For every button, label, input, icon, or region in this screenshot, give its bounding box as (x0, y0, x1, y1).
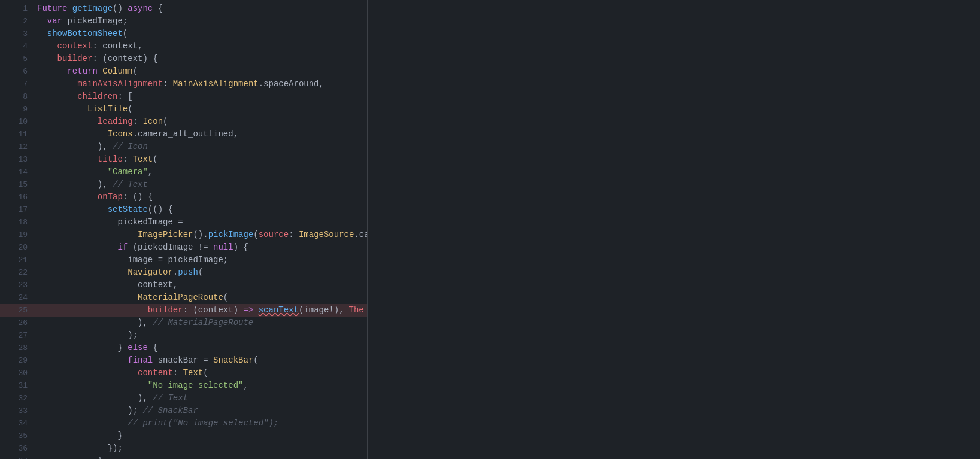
line-content: builder: (context) => scanText(image!),T… (37, 304, 368, 317)
code-line-15: 15 ), // Text (0, 178, 367, 191)
code-line-2: 2 var pickedImage; (0, 15, 367, 28)
line-content: pickedImage = (37, 216, 357, 229)
code-line-10: 10 leading: Icon( (0, 115, 367, 128)
line-number: 29 (10, 355, 28, 367)
line-content: leading: Icon( (37, 115, 357, 128)
code-panel: 1Future getImage() async {2 var pickedIm… (0, 0, 368, 459)
line-content: ), // Text (37, 392, 357, 405)
line-content: ), // Text (37, 178, 357, 191)
code-line-6: 6 return Column( (0, 65, 367, 78)
line-content: content: Text( (37, 367, 357, 379)
line-number: 5 (10, 53, 28, 65)
line-number: 18 (10, 217, 28, 229)
code-line-19: 19 ImagePicker().pickImage(source: Image… (0, 229, 367, 241)
line-content: if (pickedImage != null) { (37, 241, 357, 254)
line-number: 37 (10, 455, 28, 459)
line-number: 31 (10, 380, 28, 392)
line-content: } else { (37, 342, 357, 354)
line-number: 6 (10, 66, 28, 78)
code-line-28: 28 } else { (0, 342, 367, 354)
code-line-16: 16 onTap: () { (0, 191, 367, 203)
line-content: setState(() { (37, 203, 357, 216)
line-content: // print("No image selected"); (37, 417, 357, 430)
line-number: 11 (10, 129, 28, 141)
line-number: 7 (10, 78, 28, 90)
line-content: } (37, 430, 357, 442)
code-line-20: 20 if (pickedImage != null) { (0, 241, 367, 254)
line-number: 1 (10, 3, 28, 15)
line-number: 22 (10, 267, 28, 279)
line-content: title: Text( (37, 153, 357, 166)
line-number: 13 (10, 154, 28, 166)
line-number: 8 (10, 91, 28, 103)
line-number: 12 (10, 141, 28, 153)
code-line-8: 8 children: [ (0, 90, 367, 103)
line-content: "Camera", (37, 166, 357, 178)
line-number: 15 (10, 179, 28, 191)
line-content: Future getImage() async { (37, 2, 357, 15)
line-content: mainAxisAlignment: MainAxisAlignment.spa… (37, 78, 357, 90)
line-content: MaterialPageRoute( (37, 291, 357, 304)
line-content: ); (37, 329, 357, 342)
line-number: 17 (10, 204, 28, 216)
line-content: ListTile( (37, 103, 357, 115)
code-line-36: 36 }); (0, 442, 367, 455)
code-line-33: 33 ); // SnackBar (0, 405, 367, 417)
line-number: 36 (10, 443, 28, 455)
line-content: ), // MaterialPageRoute (37, 317, 357, 329)
line-number: 32 (10, 393, 28, 405)
line-content: }); (37, 442, 357, 455)
line-number: 3 (10, 28, 28, 40)
line-content: showBottomSheet( (37, 28, 357, 40)
code-line-11: 11 Icons.camera_alt_outlined, (0, 128, 367, 141)
line-number: 16 (10, 191, 28, 203)
code-line-32: 32 ), // Text (0, 392, 367, 405)
code-area: 1Future getImage() async {2 var pickedIm… (0, 0, 367, 459)
code-line-27: 27 ); (0, 329, 367, 342)
editor-container: 1Future getImage() async {2 var pickedIm… (0, 0, 980, 459)
line-number: 23 (10, 279, 28, 291)
line-number: 10 (10, 116, 28, 128)
line-content: "No image selected", (37, 379, 357, 392)
code-line-3: 3 showBottomSheet( (0, 28, 367, 40)
code-line-13: 13 title: Text( (0, 153, 367, 166)
line-number: 20 (10, 242, 28, 254)
line-number: 24 (10, 292, 28, 304)
code-line-21: 21 image = pickedImage; (0, 254, 367, 266)
code-line-24: 24 MaterialPageRoute( (0, 291, 367, 304)
line-content: image = pickedImage; (37, 254, 357, 266)
line-content: context: context, (37, 40, 357, 53)
code-line-37: 37 }, (0, 455, 367, 459)
right-panel (368, 0, 980, 459)
code-line-17: 17 setState(() { (0, 203, 367, 216)
code-line-30: 30 content: Text( (0, 367, 367, 379)
line-number: 33 (10, 405, 28, 417)
line-content: return Column( (37, 65, 357, 78)
code-line-26: 26 ), // MaterialPageRoute (0, 317, 367, 329)
line-content: ), // Icon (37, 141, 357, 153)
line-content: ); // SnackBar (37, 405, 357, 417)
line-number: 19 (10, 229, 28, 241)
line-content: builder: (context) { (37, 53, 357, 65)
code-line-35: 35 } (0, 430, 367, 442)
code-line-7: 7 mainAxisAlignment: MainAxisAlignment.s… (0, 78, 367, 90)
code-line-18: 18 pickedImage = (0, 216, 367, 229)
code-line-9: 9 ListTile( (0, 103, 367, 115)
line-number: 14 (10, 166, 28, 178)
line-number: 21 (10, 254, 28, 266)
line-content: var pickedImage; (37, 15, 357, 28)
line-number: 28 (10, 342, 28, 354)
code-line-31: 31 "No image selected", (0, 379, 367, 392)
line-number: 27 (10, 330, 28, 342)
code-line-5: 5 builder: (context) { (0, 53, 367, 65)
line-content: children: [ (37, 90, 357, 103)
line-number: 25 (10, 305, 28, 317)
error-message: The return type 'Future<dynamic>' isn't … (349, 305, 368, 315)
line-number: 2 (10, 16, 28, 28)
code-line-22: 22 Navigator.push( (0, 266, 367, 279)
code-line-34: 34 // print("No image selected"); (0, 417, 367, 430)
line-content: onTap: () { (37, 191, 357, 203)
line-number: 9 (10, 104, 28, 115)
code-line-29: 29 final snackBar = SnackBar( (0, 354, 367, 367)
code-line-23: 23 context, (0, 279, 367, 291)
